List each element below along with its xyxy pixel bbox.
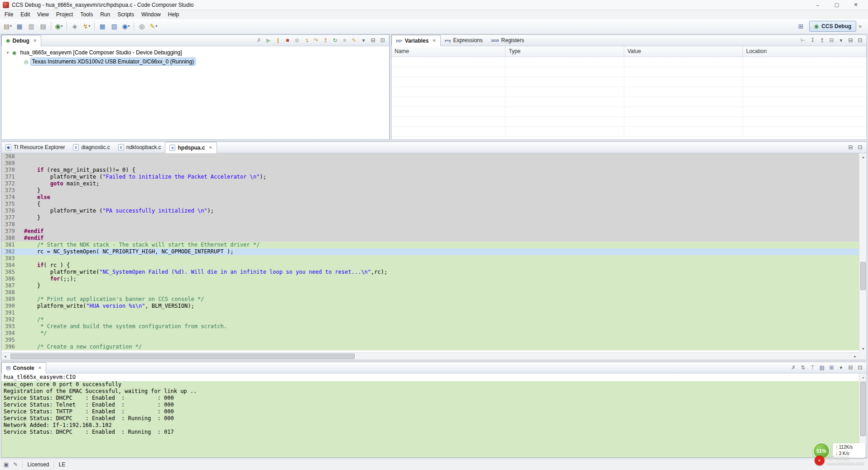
console-output[interactable]: emac_open core 0 port 0 successfullyRegi… bbox=[1, 381, 859, 457]
maximize-button[interactable]: ⊡ bbox=[856, 363, 864, 372]
code-area[interactable]: 368369370 if (res_mgr_init_pass()!= 0) {… bbox=[1, 153, 859, 352]
column-header-type[interactable]: Type bbox=[506, 46, 624, 57]
dropdown-arrow-icon[interactable]: ▾ bbox=[88, 24, 90, 28]
dropdown-arrow-icon[interactable]: ▾ bbox=[128, 24, 130, 28]
step-into-button[interactable]: ↴ bbox=[302, 36, 311, 45]
code-line[interactable]: 368 bbox=[1, 153, 859, 160]
table-row[interactable] bbox=[391, 127, 867, 137]
minimize-button[interactable]: ⊟ bbox=[846, 36, 855, 45]
import-button[interactable]: ↧ bbox=[808, 36, 817, 45]
tab-variables[interactable]: (x)=Variables✕ bbox=[391, 35, 441, 46]
menu-view[interactable]: View bbox=[34, 10, 53, 19]
clear-console-button[interactable]: ✗ bbox=[789, 363, 798, 372]
menu-window[interactable]: Window bbox=[138, 10, 164, 19]
tab-ti-resource-explorer[interactable]: ◈TI Resource Explorer bbox=[1, 142, 69, 153]
show-type-names-button[interactable]: ⊢ bbox=[799, 36, 807, 45]
pin-console-button[interactable]: ⊤ bbox=[808, 363, 817, 372]
code-line[interactable]: 394 */ bbox=[1, 330, 859, 337]
code-line[interactable]: 392 /* bbox=[1, 316, 859, 323]
code-line[interactable]: 386 for(;;); bbox=[1, 276, 859, 282]
new-file-button[interactable]: ▤▾ bbox=[2, 21, 13, 32]
tree-item[interactable]: ▾◉hua_tl665x_easyevm [Code Composer Stud… bbox=[1, 48, 389, 57]
column-header-name[interactable]: Name bbox=[391, 46, 506, 57]
collapse-all-button[interactable]: ⊟ bbox=[827, 36, 836, 45]
table-row[interactable] bbox=[391, 77, 867, 87]
table-row[interactable] bbox=[391, 107, 867, 117]
highlight-button[interactable]: ✎▾ bbox=[148, 21, 159, 32]
code-line[interactable]: 391 bbox=[1, 310, 859, 316]
tab-hpdspua-c[interactable]: chpdspua.c✕ bbox=[165, 142, 217, 153]
maximize-window-button[interactable]: ▢ bbox=[827, 0, 846, 10]
table-row[interactable] bbox=[391, 117, 867, 127]
code-line[interactable]: 395 bbox=[1, 337, 859, 344]
code-line[interactable]: 387 } bbox=[1, 282, 859, 289]
close-icon[interactable]: ✕ bbox=[38, 365, 42, 370]
close-window-button[interactable]: ✕ bbox=[846, 0, 865, 10]
close-icon[interactable]: ✕ bbox=[33, 38, 37, 43]
editor-hscroll-thumb[interactable] bbox=[10, 354, 355, 359]
edit-status-icon[interactable]: ✎ bbox=[13, 461, 18, 468]
terminate-button[interactable]: ■ bbox=[283, 36, 292, 45]
tab-diagnostic-c[interactable]: cdiagnostic.c bbox=[69, 142, 114, 153]
minimize-button[interactable]: ⊟ bbox=[846, 143, 855, 152]
code-line[interactable]: 380#endif bbox=[1, 235, 859, 242]
minimize-window-button[interactable]: – bbox=[808, 0, 827, 10]
trace-button[interactable]: ✎ bbox=[350, 36, 358, 45]
code-line[interactable]: 377 } bbox=[1, 214, 859, 221]
step-over-button[interactable]: ↷ bbox=[312, 36, 320, 45]
column-header-location[interactable]: Location bbox=[743, 46, 867, 57]
open-console-button[interactable]: ⊞ bbox=[827, 363, 836, 372]
editor-vscroll-thumb[interactable] bbox=[860, 262, 866, 290]
code-line[interactable]: 369 bbox=[1, 160, 859, 167]
code-line[interactable]: 376 platform_write ("PA successfully ini… bbox=[1, 208, 859, 214]
ccs-debug-perspective-button[interactable]: ◉ CCS Debug bbox=[809, 21, 856, 32]
close-icon[interactable]: ✕ bbox=[432, 38, 436, 43]
code-line[interactable]: 388 bbox=[1, 289, 859, 296]
editor-horizontal-scrollbar[interactable]: ◂ ▸ bbox=[1, 352, 859, 360]
save-all-button[interactable]: ▥ bbox=[26, 21, 37, 32]
maximize-button[interactable]: ⊡ bbox=[856, 36, 864, 45]
dropdown-arrow-icon[interactable]: ▾ bbox=[10, 24, 12, 28]
search-button[interactable]: ◎ bbox=[136, 21, 147, 32]
save-button[interactable]: ▦ bbox=[14, 21, 25, 32]
dropdown-arrow-icon[interactable]: ▾ bbox=[155, 24, 157, 28]
console-vscroll-thumb[interactable] bbox=[860, 382, 866, 436]
menu-project[interactable]: Project bbox=[53, 10, 77, 19]
code-line[interactable]: 382 rc = NC_SystemOpen( NC_PRIORITY_HIGH… bbox=[1, 248, 859, 255]
code-line[interactable]: 393 * Create and build the system config… bbox=[1, 323, 859, 330]
minimize-button[interactable]: ⊟ bbox=[369, 36, 377, 45]
open-perspective-button[interactable]: ⊞ bbox=[796, 21, 806, 32]
scroll-up-icon[interactable]: ▴ bbox=[859, 153, 867, 160]
restart-button[interactable]: ↻ bbox=[331, 36, 339, 45]
memory-browser-button[interactable]: ▦ bbox=[97, 21, 108, 32]
workspace-status-icon[interactable]: ▣ bbox=[4, 461, 9, 468]
scroll-down-icon[interactable]: ▾ bbox=[859, 345, 867, 352]
new-target-configuration-button[interactable]: ◈ bbox=[69, 21, 80, 32]
scroll-lock-button[interactable]: ⇅ bbox=[799, 363, 807, 372]
code-line[interactable]: 383 bbox=[1, 255, 859, 262]
code-line[interactable]: 396 /* Create a new configuration */ bbox=[1, 344, 859, 350]
code-line[interactable]: 384 if( rc ) { bbox=[1, 262, 859, 269]
tab-expressions[interactable]: x+yExpressions bbox=[441, 35, 487, 46]
close-icon[interactable]: ✕ bbox=[208, 145, 212, 150]
instruction-stepping-button[interactable]: ≡ bbox=[340, 36, 349, 45]
code-line[interactable]: 371 platform_write ("Failed to initializ… bbox=[1, 174, 859, 180]
code-line[interactable]: 375 { bbox=[1, 201, 859, 208]
table-row[interactable] bbox=[391, 67, 867, 77]
print-button[interactable]: ▤ bbox=[38, 21, 48, 32]
code-line[interactable]: 372 goto main_exit; bbox=[1, 180, 859, 187]
step-return-button[interactable]: ↥ bbox=[321, 36, 330, 45]
tree-expander-icon[interactable]: ▾ bbox=[5, 50, 10, 55]
tab-debug[interactable]: ◉ Debug ✕ bbox=[1, 35, 41, 46]
suspend-button[interactable]: ∥ bbox=[274, 36, 282, 45]
code-line[interactable]: 370 if (res_mgr_init_pass()!= 0) { bbox=[1, 167, 859, 174]
export-button[interactable]: ↥ bbox=[818, 36, 826, 45]
table-row[interactable] bbox=[391, 57, 867, 67]
table-row[interactable] bbox=[391, 97, 867, 107]
tab-registers[interactable]: 1010Registers bbox=[487, 35, 528, 46]
code-line[interactable]: 385 platform_write("NC_SystemOpen Failed… bbox=[1, 269, 859, 276]
tab-console[interactable]: ▤ Console ✕ bbox=[1, 362, 46, 373]
scroll-left-icon[interactable]: ◂ bbox=[1, 353, 9, 360]
tree-item[interactable]: ◎Texas Instruments XDS100v2 USB Emulator… bbox=[1, 57, 389, 66]
tab-ndkloopback-c[interactable]: cndkloopback.c bbox=[114, 142, 165, 153]
